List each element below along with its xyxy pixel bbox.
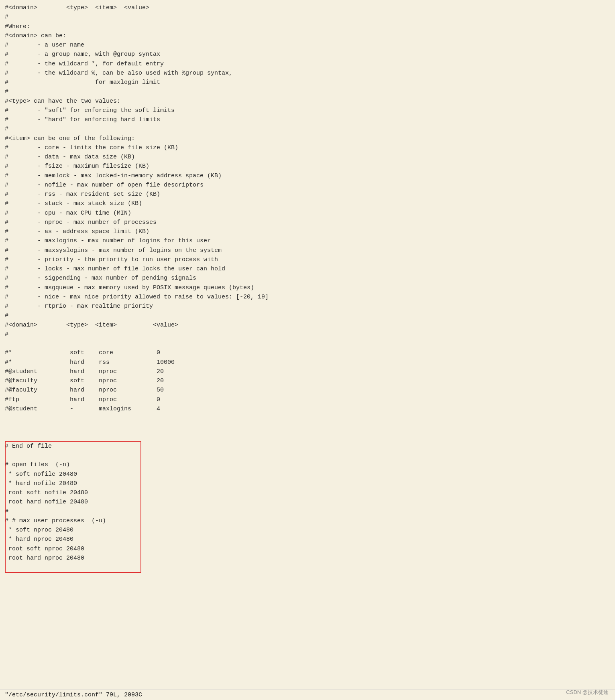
code-line: # End of file	[5, 442, 610, 451]
code-line: #	[5, 311, 610, 320]
statusbar-text: "/etc/security/limits.conf" 79L, 2093C	[5, 692, 142, 698]
code-line	[5, 339, 610, 348]
watermark: CSDN @技术徒途	[566, 689, 609, 696]
code-line: # - core - limits the core file size (KB…	[5, 143, 610, 152]
code-line: # - data - max data size (KB)	[5, 152, 610, 162]
code-line: #@student - maxlogins 4	[5, 404, 610, 414]
code-line: #<item> can be one of the following:	[5, 134, 610, 143]
watermark-text: CSDN @技术徒途	[566, 689, 609, 695]
code-line: # - as - address space limit (KB)	[5, 227, 610, 236]
code-line: # - fsize - maximum filesize (KB)	[5, 162, 610, 171]
code-line: # - locks - max number of file locks the…	[5, 264, 610, 274]
code-line: root hard nproc 20480	[5, 554, 610, 563]
code-line: # - rss - max resident set size (KB)	[5, 190, 610, 199]
code-line: # - cpu - max CPU time (MIN)	[5, 209, 610, 218]
code-line: # - stack - max stack size (KB)	[5, 199, 610, 208]
code-line: #<domain> <type> <item> <value>	[5, 321, 610, 330]
code-line: # open files (-n)	[5, 460, 610, 469]
code-line: # - the wildcard %, can be also used wit…	[5, 69, 610, 78]
code-line: # - the wildcard *, for default entry	[5, 59, 610, 69]
code-line: # for maxlogin limit	[5, 78, 610, 87]
code-line: #Where:	[5, 22, 610, 31]
code-line: # - memlock - max locked-in-memory addre…	[5, 171, 610, 181]
code-line: # - a group name, with @group syntax	[5, 50, 610, 59]
code-line: # - a user name	[5, 41, 610, 50]
code-line: root soft nproc 20480	[5, 544, 610, 554]
code-line: #@faculty hard nproc 50	[5, 386, 610, 395]
code-line: #<domain> <type> <item> <value>	[5, 3, 610, 12]
code-line: # - nofile - max number of open file des…	[5, 181, 610, 190]
code-line: #ftp hard nproc 0	[5, 395, 610, 404]
editor-container: #<domain> <type> <item> <value>##Where:#…	[0, 0, 615, 700]
code-line: #	[5, 507, 610, 516]
code-line: * soft nofile 20480	[5, 470, 610, 479]
code-line: # - priority - the priority to run user …	[5, 255, 610, 264]
code-line: # - maxlogins - max number of logins for…	[5, 236, 610, 246]
code-line: root soft nofile 20480	[5, 488, 610, 497]
code-line: #@faculty soft nproc 20	[5, 376, 610, 386]
code-line: #<domain> can be:	[5, 31, 610, 41]
code-line	[5, 423, 610, 432]
code-line	[5, 414, 610, 423]
code-line: #@student hard nproc 20	[5, 367, 610, 376]
code-line: #* soft core 0	[5, 348, 610, 357]
code-line: #	[5, 87, 610, 96]
code-line: #	[5, 12, 610, 22]
statusbar: "/etc/security/limits.conf" 79L, 2093C	[0, 690, 615, 700]
code-line: # - nice - max nice priority allowed to …	[5, 292, 610, 302]
code-line: #<type> can have the two values:	[5, 97, 610, 106]
code-line: # - nproc - max number of processes	[5, 218, 610, 227]
code-line: # - rtprio - max realtime priority	[5, 302, 610, 311]
code-line	[5, 451, 610, 460]
code-block: #<domain> <type> <item> <value>##Where:#…	[5, 3, 610, 563]
code-line: # # max user processes (-u)	[5, 516, 610, 526]
code-line: # - msgqueue - max memory used by POSIX …	[5, 283, 610, 292]
code-line: # - maxsyslogins - max number of logins …	[5, 246, 610, 255]
code-line: root hard nofile 20480	[5, 497, 610, 507]
code-line: #	[5, 330, 610, 339]
code-line: * hard nofile 20480	[5, 479, 610, 488]
code-line: # - "hard" for enforcing hard limits	[5, 115, 610, 124]
code-line: # - "soft" for enforcing the soft limits	[5, 106, 610, 115]
code-line	[5, 432, 610, 442]
code-line: # - sigpending - max number of pending s…	[5, 274, 610, 283]
code-line: * hard nproc 20480	[5, 535, 610, 544]
code-line: * soft nproc 20480	[5, 526, 610, 535]
code-line: #* hard rss 10000	[5, 358, 610, 367]
code-line: #	[5, 124, 610, 134]
